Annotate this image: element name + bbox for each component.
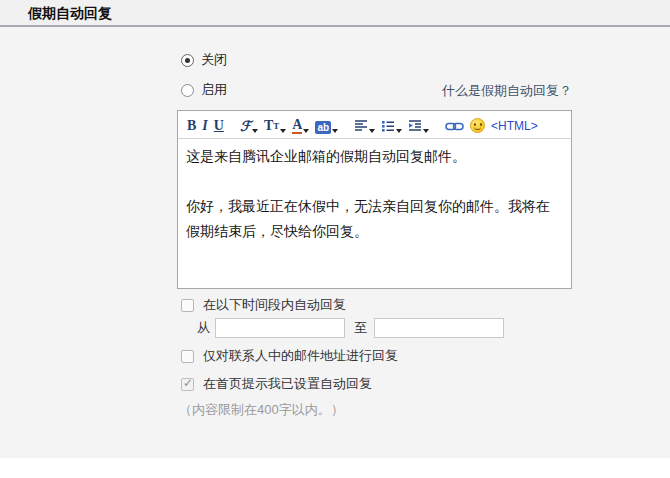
time-range-label: 在以下时间段内自动回复 [203,296,346,314]
radio-off[interactable] [181,54,194,67]
highlight-icon: ab [315,121,331,134]
font-size-sub-icon: T [273,118,279,134]
link-icon [445,121,464,132]
italic-button[interactable]: I [202,116,207,134]
html-tag-icon: <HTML> [491,118,538,134]
reply-paragraph: 你好，我最近正在休假中，无法亲自回复你的邮件。我将在假期结束后，尽快给你回复。 [186,194,563,244]
panel-header: 假期自动回复 [0,0,670,27]
time-range-option[interactable]: 在以下时间段内自动回复 [181,296,346,314]
font-color-button[interactable]: A [292,116,309,134]
font-size-icon: T [264,118,273,134]
bullet-list-icon [381,119,395,132]
bold-icon: B [187,118,196,134]
align-icon [354,119,368,132]
help-link[interactable]: 什么是假期自动回复？ [442,82,572,100]
homepage-notice-label: 在首页提示我已设置自动回复 [203,375,372,393]
reply-paragraph: 这是来自腾讯企业邮箱的假期自动回复邮件。 [186,144,563,169]
underline-button[interactable]: U [214,116,224,134]
reply-content-editor: B I U ℱ TT A ab [177,110,572,289]
contacts-only-option[interactable]: 仅对联系人中的邮件地址进行回复 [181,347,398,365]
radio-on[interactable] [181,84,194,97]
smiley-icon [470,118,485,133]
vacation-autoreply-panel: 假期自动回复 关闭 启用 什么是假期自动回复？ B I U ℱ TT A ab [0,0,670,458]
chevron-down-icon [280,129,286,133]
font-family-icon: ℱ [240,118,251,134]
from-date-input[interactable] [215,318,345,338]
bold-button[interactable]: B [187,116,196,134]
insert-link-button[interactable] [445,116,464,134]
highlight-color-button[interactable]: ab [315,116,338,134]
chevron-down-icon [303,129,309,133]
time-range-checkbox[interactable] [181,299,194,312]
indent-button[interactable] [408,116,429,134]
indent-icon [408,119,422,132]
to-date-input[interactable] [374,318,504,338]
editor-toolbar: B I U ℱ TT A ab [178,111,571,139]
autoreply-on-option[interactable]: 启用 [181,81,227,99]
emoticon-button[interactable] [470,116,485,134]
chevron-down-icon [369,129,375,133]
to-label: 至 [354,319,367,337]
reply-content-textarea[interactable]: 这是来自腾讯企业邮箱的假期自动回复邮件。 你好，我最近正在休假中，无法亲自回复你… [178,139,571,289]
align-button[interactable] [354,116,375,134]
contacts-only-label: 仅对联系人中的邮件地址进行回复 [203,347,398,365]
italic-icon: I [202,118,207,134]
radio-off-label: 关闭 [201,51,227,69]
bullet-list-button[interactable] [381,116,402,134]
chevron-down-icon [423,129,429,133]
html-mode-button[interactable]: <HTML> [491,116,538,134]
page-title: 假期自动回复 [28,5,112,23]
homepage-notice-checkbox[interactable] [181,378,194,391]
underline-icon: U [214,118,224,134]
font-size-button[interactable]: TT [264,116,286,134]
font-color-icon: A [292,118,302,134]
font-family-button[interactable]: ℱ [240,116,258,134]
chevron-down-icon [396,129,402,133]
chevron-down-icon [332,129,338,133]
time-range-inputs: 从 至 [197,318,504,338]
content-limit-note: （内容限制在400字以内。） [179,401,344,419]
homepage-notice-option[interactable]: 在首页提示我已设置自动回复 [181,375,372,393]
from-label: 从 [197,319,210,337]
autoreply-off-option[interactable]: 关闭 [181,51,227,69]
radio-on-label: 启用 [201,81,227,99]
contacts-only-checkbox[interactable] [181,350,194,363]
chevron-down-icon [252,129,258,133]
